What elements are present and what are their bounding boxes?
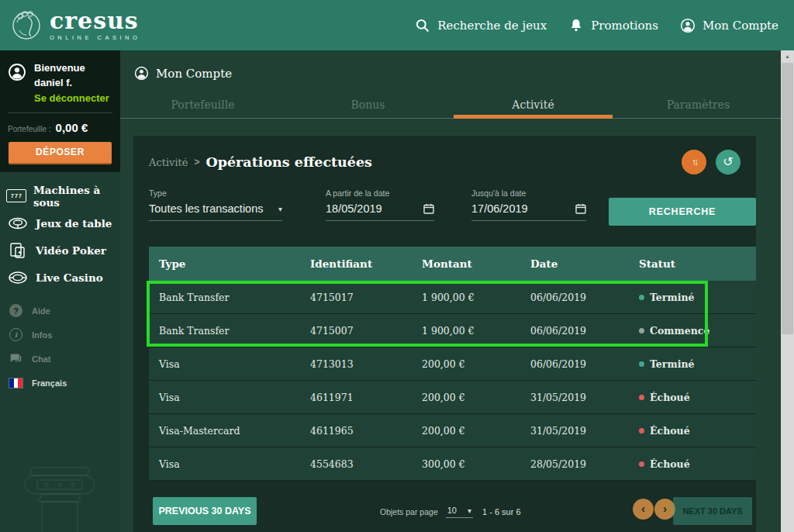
chevron-right-icon: › xyxy=(663,503,667,514)
status-label: Terminé xyxy=(650,358,694,370)
pagination-range: 1 - 6 sur 6 xyxy=(482,507,521,516)
sidebar-item-slots[interactable]: 777 Machines à sous xyxy=(0,182,120,209)
tab-label: Portefeuille xyxy=(171,98,234,111)
tab-label: Paramètres xyxy=(667,98,730,111)
avatar-icon xyxy=(8,63,26,81)
infos-label: Infos xyxy=(32,330,52,340)
sidebar-item-infos[interactable]: i Infos xyxy=(0,323,120,347)
type-filter-select[interactable]: Toutes les transactions ▾ xyxy=(149,202,282,221)
sidebar-item-live-casino[interactable]: Live Casino xyxy=(0,264,120,291)
live-casino-icon xyxy=(8,271,28,285)
date-from-value: 18/05/2019 xyxy=(326,202,382,215)
sort-transactions-button[interactable]: ↑↓ xyxy=(682,150,706,174)
top-header: cresus ONLINE CASINO Recherche de jeux P… xyxy=(0,0,794,50)
logout-link[interactable]: Se déconnecter xyxy=(34,92,109,104)
history-button[interactable]: ↺ xyxy=(716,150,740,174)
cell-type: Visa xyxy=(159,358,310,370)
cell-montant: 200,00 € xyxy=(422,358,530,370)
slot-machine-icon: 777 xyxy=(6,189,26,202)
logo[interactable]: cresus ONLINE CASINO xyxy=(0,7,140,44)
date-from-label: A partir de la date xyxy=(326,188,434,198)
items-per-page: Objets par page 10 ▾ xyxy=(380,506,473,518)
username: daniel f. xyxy=(34,76,109,91)
status-label: Échoué xyxy=(650,392,690,403)
help-label: Aide xyxy=(32,306,50,316)
account-tab[interactable]: Activité xyxy=(451,91,616,118)
breadcrumb-parent[interactable]: Activité xyxy=(149,157,188,168)
type-filter-label: Type xyxy=(149,188,282,198)
sidebar-item-video-poker[interactable]: Vidéo Poker xyxy=(0,237,120,264)
cell-identifiant: 4715007 xyxy=(310,325,422,337)
account-tab[interactable]: Portefeuille xyxy=(120,91,285,118)
status-dot xyxy=(639,295,644,300)
cell-montant: 300,00 € xyxy=(422,458,530,470)
sidebar-item-language[interactable]: Français xyxy=(0,371,120,395)
table-header: TypeIdentifiantMontantDateStatut xyxy=(149,247,756,281)
column-header: Identifiant xyxy=(310,257,422,270)
cell-statut: Commencé xyxy=(639,325,756,337)
sidebar-item-help[interactable]: ? Aide xyxy=(0,299,120,323)
cell-statut: Échoué xyxy=(639,458,756,470)
cell-statut: Terminé xyxy=(639,292,756,303)
cell-identifiant: 4611965 xyxy=(310,425,422,437)
welcome-text: Bienvenue xyxy=(34,61,109,76)
deposit-button[interactable]: DÉPOSER xyxy=(9,142,112,164)
cell-identifiant: 4715017 xyxy=(310,292,422,303)
table-row[interactable]: Visa 4554683 300,00 € 28/05/2019 Échoué xyxy=(149,447,756,481)
divider xyxy=(8,112,112,113)
cell-montant: 200,00 € xyxy=(422,392,530,403)
table-row[interactable]: Visa 4713013 200,00 € 06/06/2019 Terminé xyxy=(149,347,756,381)
nav-promotions[interactable]: Promotions xyxy=(568,18,658,33)
breadcrumb-current: Opérations effectuées xyxy=(206,154,372,170)
nav-my-account[interactable]: Mon Compte xyxy=(680,18,778,33)
table-row[interactable]: Bank Transfer 4715007 1 900,00 € 06/06/2… xyxy=(149,314,756,347)
sidebar-item-table-games[interactable]: Jeux de table xyxy=(0,209,120,237)
cell-type: Visa xyxy=(159,458,310,470)
per-page-select[interactable]: 10 ▾ xyxy=(446,506,473,518)
page-title: Mon Compte xyxy=(120,50,781,81)
nav-promotions-label: Promotions xyxy=(591,19,658,33)
chevron-left-icon: ‹ xyxy=(641,503,645,514)
next-page-button[interactable]: › xyxy=(654,499,675,520)
scrollbar[interactable]: ▲ xyxy=(781,50,794,532)
status-dot xyxy=(639,361,644,367)
scroll-up-arrow[interactable]: ▲ xyxy=(781,50,794,62)
status-label: Échoué xyxy=(650,458,690,470)
table-row[interactable]: Visa-Mastercard 4611965 200,00 € 31/05/2… xyxy=(149,414,756,447)
info-icon: i xyxy=(9,328,22,341)
date-from-input[interactable]: 18/05/2019 xyxy=(326,202,434,221)
cell-type: Visa-Mastercard xyxy=(159,425,310,437)
previous-page-button[interactable]: ‹ xyxy=(633,499,654,520)
sidebar-slots-label: Machines à sous xyxy=(33,184,120,209)
wallet-balance: 0,00 € xyxy=(56,121,88,134)
calendar-icon xyxy=(423,203,434,214)
date-to-input[interactable]: 17/06/2019 xyxy=(471,202,586,221)
nav-search-label: Recherche de jeux xyxy=(437,19,547,33)
transactions-table: TypeIdentifiantMontantDateStatut Bank Tr… xyxy=(149,247,756,481)
logo-coin-icon xyxy=(9,7,43,44)
nav-search-games[interactable]: Recherche de jeux xyxy=(415,18,547,33)
scrollbar-thumb[interactable] xyxy=(782,63,793,334)
account-title-icon xyxy=(134,66,149,81)
page-title-text: Mon Compte xyxy=(156,67,232,81)
previous-30-days-button[interactable]: PREVIOUS 30 DAYS xyxy=(153,497,257,525)
header-nav: Recherche de jeux Promotions Mon Compte xyxy=(415,18,794,33)
cell-date: 06/06/2019 xyxy=(530,292,639,303)
cell-date: 06/06/2019 xyxy=(530,358,639,370)
cell-identifiant: 4611971 xyxy=(310,392,422,403)
column-header: Montant xyxy=(422,257,530,270)
sidebar-table-games-label: Jeux de table xyxy=(36,217,112,230)
account-tab[interactable]: Paramètres xyxy=(616,91,781,118)
cell-type: Bank Transfer xyxy=(159,292,310,303)
search-button[interactable]: RECHERCHE xyxy=(609,198,756,226)
column-watermark xyxy=(14,461,105,532)
cell-date: 31/05/2019 xyxy=(530,425,639,437)
sidebar-item-chat[interactable]: Chat xyxy=(0,347,120,371)
cell-date: 31/05/2019 xyxy=(530,392,639,403)
table-row[interactable]: Visa 4611971 200,00 € 31/05/2019 Échoué xyxy=(149,381,756,414)
date-to-value: 17/06/2019 xyxy=(471,202,528,215)
table-row[interactable]: Bank Transfer 4715017 1 900,00 € 06/06/2… xyxy=(149,281,756,314)
type-filter-value: Toutes les transactions xyxy=(149,202,264,215)
per-page-label: Objets par page xyxy=(380,507,438,516)
account-tab[interactable]: Bonus xyxy=(285,91,451,118)
